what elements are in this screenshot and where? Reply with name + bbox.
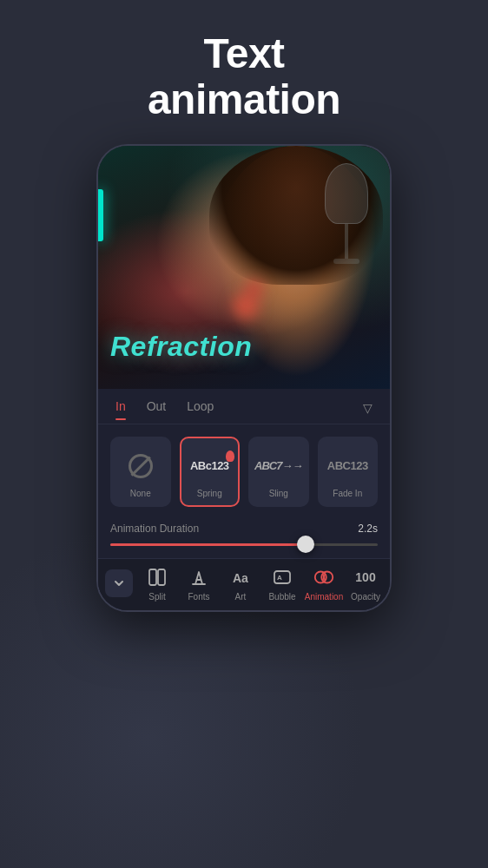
opacity-value: 100 bbox=[355, 570, 375, 584]
opacity-label: Opacity bbox=[351, 592, 380, 602]
chevron-down-icon bbox=[112, 576, 126, 590]
toolbar-item-fonts[interactable]: Fonts bbox=[178, 566, 220, 602]
slider-fill bbox=[110, 543, 306, 546]
spring-label: Spring bbox=[197, 489, 222, 498]
glass-bowl bbox=[325, 163, 368, 224]
duration-row: Animation Duration 2.2s bbox=[98, 514, 390, 540]
spring-icon: ABc123 bbox=[190, 450, 228, 482]
header: Text animation bbox=[0, 0, 488, 144]
tab-out[interactable]: Out bbox=[147, 399, 167, 417]
tab-dropdown-icon[interactable]: ▽ bbox=[363, 401, 373, 415]
svg-rect-1 bbox=[158, 569, 165, 585]
none-circle-slash bbox=[129, 454, 153, 478]
animation-options: None ABc123 Spring ABC7→→ bbox=[98, 424, 390, 514]
duration-value: 2.2s bbox=[358, 523, 378, 535]
anim-option-none[interactable]: None bbox=[110, 437, 171, 507]
video-preview: Refraction bbox=[98, 146, 390, 389]
fonts-label: Fonts bbox=[188, 592, 209, 602]
toolbar-item-opacity[interactable]: 100 Opacity bbox=[345, 566, 386, 602]
wine-glass bbox=[320, 163, 373, 285]
bokeh-light-2 bbox=[246, 280, 263, 298]
glass-stem bbox=[345, 224, 348, 259]
toolbar-item-split[interactable]: Split bbox=[136, 566, 178, 602]
fadein-text: ABC123 bbox=[327, 459, 368, 472]
phone-container: Refraction In Out Loop ▽ None bbox=[0, 144, 488, 612]
svg-rect-0 bbox=[149, 569, 156, 585]
opacity-icon: 100 bbox=[354, 566, 377, 589]
slider-thumb[interactable] bbox=[297, 536, 314, 553]
animation-label: Animation bbox=[305, 592, 343, 602]
toolbar-item-bubble[interactable]: A Bubble bbox=[261, 566, 303, 602]
spring-pin bbox=[226, 450, 234, 462]
none-icon bbox=[122, 450, 160, 482]
fadein-icon: ABC123 bbox=[328, 450, 366, 482]
anim-option-fadein[interactable]: ABC123 Fade In bbox=[318, 437, 379, 507]
split-icon bbox=[146, 566, 168, 589]
bottom-toolbar: Split Fonts bbox=[98, 558, 390, 610]
sling-icon: ABC7→→ bbox=[260, 450, 298, 482]
fonts-icon bbox=[188, 566, 210, 589]
teal-accent-bar bbox=[98, 189, 103, 241]
fadein-label: Fade In bbox=[333, 489, 362, 498]
split-label: Split bbox=[148, 592, 165, 602]
toolbar-back-arrow[interactable] bbox=[105, 569, 133, 597]
none-label: None bbox=[130, 489, 151, 498]
bubble-label: Bubble bbox=[268, 592, 295, 602]
toolbar-item-animation[interactable]: Animation bbox=[303, 566, 345, 602]
duration-label: Animation Duration bbox=[110, 523, 199, 535]
tab-bar: In Out Loop ▽ bbox=[98, 389, 390, 424]
slider-container bbox=[98, 540, 390, 558]
art-label: Art bbox=[235, 592, 247, 602]
sling-text: ABC7→→ bbox=[254, 459, 302, 472]
tab-loop[interactable]: Loop bbox=[187, 399, 214, 417]
animation-icon bbox=[313, 566, 335, 589]
toolbar-item-art[interactable]: Aa Art bbox=[220, 566, 261, 602]
sling-label: Sling bbox=[269, 489, 288, 498]
bubble-icon: A bbox=[271, 566, 293, 589]
spring-text: ABc123 bbox=[190, 459, 229, 472]
slider-track[interactable] bbox=[110, 543, 378, 546]
page-title: Text animation bbox=[17, 31, 471, 123]
overlay-text: Refraction bbox=[110, 331, 252, 363]
anim-option-sling[interactable]: ABC7→→ Sling bbox=[248, 437, 309, 507]
phone-mockup: Refraction In Out Loop ▽ None bbox=[96, 144, 392, 612]
tab-in[interactable]: In bbox=[115, 399, 126, 417]
glass-base bbox=[333, 259, 359, 264]
anim-option-spring[interactable]: ABc123 Spring bbox=[180, 437, 241, 507]
svg-text:A: A bbox=[277, 574, 282, 582]
controls-area: In Out Loop ▽ None bbox=[98, 389, 390, 610]
art-icon: Aa bbox=[229, 566, 252, 589]
svg-text:Aa: Aa bbox=[233, 571, 248, 585]
